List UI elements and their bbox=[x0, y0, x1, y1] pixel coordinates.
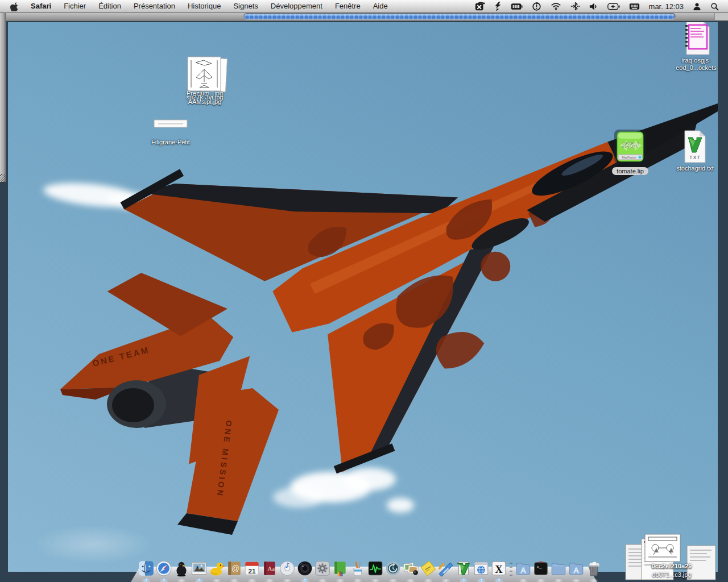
desktop-wallpaper-f16-jet: ONE TEAM J-015 bbox=[8, 21, 718, 572]
smoke-trail-bottom bbox=[273, 468, 414, 513]
dock-icon-ical[interactable]: 21 bbox=[243, 560, 260, 577]
offscreen-window-bottom-edge[interactable] bbox=[0, 13, 728, 22]
dock-icon-reflection bbox=[351, 579, 364, 582]
banner-image-icon bbox=[154, 118, 188, 130]
dock-icon-finder[interactable] bbox=[138, 560, 155, 577]
dock-icon-drafting-app[interactable] bbox=[437, 560, 454, 577]
icon-label: iraq-osgjs- bbox=[670, 57, 722, 64]
dock-icon-applications-folder[interactable]: A bbox=[515, 560, 532, 577]
desktop-icon-stochagrid-txt[interactable]: TXT stochagrid.txt bbox=[667, 130, 723, 172]
txt-document-icon: TXT bbox=[681, 130, 709, 164]
ssh-volume-icon: SSH MacFusion bbox=[613, 128, 647, 165]
dock-icon-trash-full[interactable] bbox=[585, 560, 602, 577]
dock-icon-reflection bbox=[588, 579, 600, 582]
dock-icon-activity-monitor[interactable] bbox=[367, 560, 384, 577]
dock-separator bbox=[508, 560, 514, 577]
desktop-icon-filigrane-petit[interactable]: Filigrane-Petit bbox=[145, 118, 196, 146]
running-indicator bbox=[497, 578, 502, 581]
dock-icon-photo-viewer[interactable] bbox=[191, 560, 208, 577]
running-indicator bbox=[197, 578, 202, 581]
dock-icon-camera-lens-app[interactable] bbox=[296, 560, 313, 577]
menu-aide[interactable]: Aide bbox=[367, 0, 394, 13]
dock-icon-reflection bbox=[175, 579, 188, 582]
txt-badge-text: TXT bbox=[689, 155, 701, 160]
svg-text:X: X bbox=[495, 564, 502, 575]
dock-icon-safari[interactable] bbox=[155, 560, 172, 577]
dock-icon-system-preferences[interactable] bbox=[314, 560, 331, 577]
spotlight-menu[interactable] bbox=[706, 0, 723, 13]
dock-icon-dictionary[interactable]: Aa bbox=[261, 560, 278, 577]
icon-label: AAMs.pl.jpg bbox=[171, 98, 239, 105]
menu-fichier[interactable]: Fichier bbox=[57, 0, 92, 13]
dock-icon-sticky-note-app[interactable] bbox=[420, 560, 437, 577]
menu-developpement[interactable]: Développement bbox=[264, 0, 329, 13]
bluetooth-icon[interactable] bbox=[566, 0, 585, 13]
dock-icon-toolbox-app[interactable] bbox=[349, 560, 366, 577]
menu-fenetre[interactable]: Fenêtre bbox=[329, 0, 367, 13]
running-indicator bbox=[303, 578, 308, 581]
menu-status-area: mar. 12:03 bbox=[470, 0, 728, 13]
time-machine-icon[interactable] bbox=[527, 0, 546, 13]
desktop-icon-iraq-osgjs[interactable]: iraq-osgjs- eod_0...ockets bbox=[670, 20, 722, 72]
dock-icon-terminal-app[interactable]: >_ bbox=[532, 560, 549, 577]
power-adapter-icon[interactable] bbox=[603, 0, 624, 13]
search-icon bbox=[710, 2, 719, 11]
svg-text:♪: ♪ bbox=[285, 561, 289, 569]
desktop-icon-tomate-lip[interactable]: SSH MacFusion tomate.lip bbox=[607, 128, 653, 175]
user-switch-menu[interactable] bbox=[688, 0, 706, 13]
dock-icon-cyberduck[interactable] bbox=[208, 560, 225, 577]
dock-icon-reflection bbox=[263, 579, 276, 582]
icon-label: eod_0...ockets bbox=[670, 64, 722, 72]
dock-icon-reflection bbox=[422, 579, 435, 582]
status-icons bbox=[470, 0, 644, 13]
wifi-icon[interactable] bbox=[546, 0, 566, 13]
icon-label: 0cc2ef210a29 bbox=[623, 563, 720, 569]
menu-clock[interactable]: mar. 12:03 bbox=[644, 2, 688, 11]
apple-menu[interactable] bbox=[6, 2, 24, 11]
svg-text:@: @ bbox=[231, 564, 239, 573]
svg-text:Aa: Aa bbox=[267, 565, 275, 572]
menu-signets[interactable]: Signets bbox=[227, 0, 264, 13]
battery-icon[interactable] bbox=[506, 0, 527, 13]
volume-icon[interactable] bbox=[585, 0, 603, 13]
window-resize-grip[interactable] bbox=[0, 174, 6, 182]
running-indicator bbox=[144, 578, 149, 581]
xmarks-sync-icon[interactable] bbox=[470, 0, 490, 13]
menu-historique[interactable]: Historique bbox=[181, 0, 228, 13]
desktop-icon-jpg-stack[interactable]: Prezium...jpg su27k-3vi.jpg AAMs.pl.jpg bbox=[171, 53, 239, 110]
dock-icon-time-machine[interactable] bbox=[384, 560, 402, 577]
dock-icon-address-book[interactable]: @ bbox=[226, 560, 243, 577]
running-indicator bbox=[461, 578, 466, 581]
menu-left: SafariFichierÉditionPrésentationHistoriq… bbox=[0, 0, 394, 13]
dock-icon-x11[interactable]: X bbox=[490, 560, 507, 577]
dock-icon-documents-folder[interactable] bbox=[550, 560, 567, 577]
dock-icon-reflection bbox=[281, 579, 293, 582]
desktop-screen: { "menu_bar": { "app_name": "Safari", "m… bbox=[0, 0, 728, 582]
menu-presentation[interactable]: Présentation bbox=[127, 0, 181, 13]
icon-label-selected: tomate.lip bbox=[612, 167, 648, 175]
dock-icon-reflection bbox=[517, 579, 530, 582]
dock-icon-photo-stack-app[interactable] bbox=[402, 560, 419, 577]
svg-text:>_: >_ bbox=[537, 565, 543, 569]
dock-icon-web-window-app[interactable] bbox=[473, 560, 490, 577]
volume-subtext: MacFusion bbox=[622, 156, 636, 159]
offscreen-window-right-edge[interactable] bbox=[0, 13, 6, 182]
dock-icon-black-bird-app[interactable] bbox=[173, 560, 190, 577]
jet-body bbox=[73, 21, 718, 533]
dock-icon-reflection bbox=[210, 579, 223, 582]
dock-icon-applications-folder-alt[interactable]: A bbox=[568, 560, 585, 577]
script-bolt-icon[interactable] bbox=[490, 0, 506, 13]
menu-bar: SafariFichierÉditionPrésentationHistoriq… bbox=[0, 0, 728, 13]
keyboard-input-icon[interactable] bbox=[624, 0, 644, 13]
menu-edition[interactable]: Édition bbox=[92, 0, 127, 13]
ssh-badge-text: SSH bbox=[622, 140, 639, 149]
menu-safari[interactable]: Safari bbox=[24, 0, 57, 13]
apple-icon bbox=[10, 2, 19, 11]
dock-icon-reflection bbox=[552, 579, 565, 582]
dock-icon-macvim[interactable] bbox=[455, 560, 472, 577]
horizontal-scrollbar-thumb[interactable] bbox=[244, 14, 675, 19]
dock-icon-notebook-app[interactable] bbox=[332, 560, 349, 577]
desktop-icon-bottom-stack[interactable]: 0cc2ef210a29 dd071...c3.jpg bbox=[623, 532, 720, 582]
horizontal-scrollbar-track[interactable] bbox=[243, 13, 676, 20]
dock-icon-itunes[interactable]: ♪ bbox=[279, 560, 296, 577]
